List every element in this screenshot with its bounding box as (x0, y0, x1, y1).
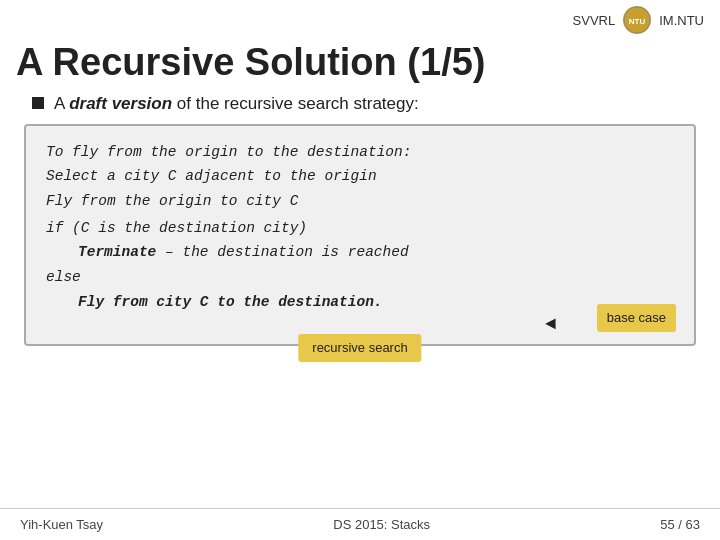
imntu-text: IM.NTU (659, 13, 704, 28)
base-case-label: base case (597, 304, 676, 332)
svvrl-text: SVVRL (573, 13, 616, 28)
svg-text:NTU: NTU (629, 17, 646, 26)
header-right: SVVRL NTU IM.NTU (573, 6, 704, 34)
recursive-search-label: recursive search (298, 334, 421, 362)
footer-page: 55 / 63 (660, 517, 700, 532)
draft-version-text: draft version (69, 94, 172, 113)
code-line-3: Fly from the origin to city C (46, 189, 674, 214)
code-box: To fly from the origin to the destinatio… (24, 124, 696, 346)
logo-icon: NTU (623, 6, 651, 34)
footer: Yih-Kuen Tsay DS 2015: Stacks 55 / 63 (0, 508, 720, 540)
code-line-2: Select a city C adjacent to the origin (46, 164, 674, 189)
code-line-5: Terminate – the destination is reached (78, 240, 674, 265)
code-line-4: if (C is the destination city) (46, 216, 674, 241)
bullet-text: A draft version of the recursive search … (54, 94, 419, 114)
footer-author: Yih-Kuen Tsay (20, 517, 103, 532)
code-line-6: else (46, 265, 674, 290)
bullet-icon (32, 97, 44, 109)
header: SVVRL NTU IM.NTU (0, 0, 720, 38)
terminate-text: Terminate (78, 244, 156, 260)
bullet-section: A draft version of the recursive search … (0, 94, 720, 124)
code-line-1: To fly from the origin to the destinatio… (46, 140, 674, 165)
footer-course: DS 2015: Stacks (333, 517, 430, 532)
code-line-7: Fly from city C to the destination. (78, 290, 674, 315)
slide-title: A Recursive Solution (1/5) (0, 38, 720, 94)
base-case-arrow: ◄ (545, 309, 556, 340)
